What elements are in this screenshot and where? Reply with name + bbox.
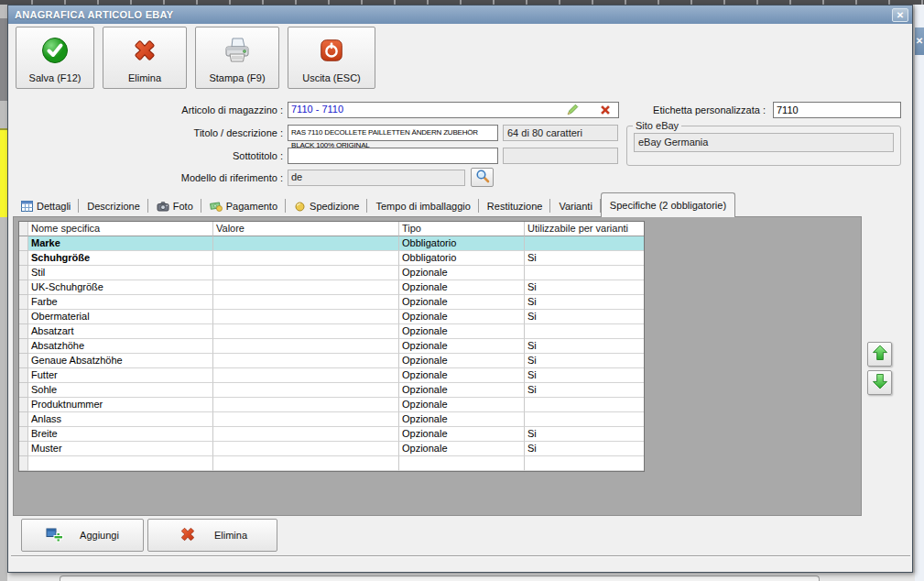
cell-tipo[interactable]: Opzionale (399, 427, 525, 442)
tab-specifiche[interactable]: Specifiche (2 obbligatorie) (601, 192, 735, 217)
cell-nome-specifica[interactable]: Schuhgröße (28, 251, 213, 266)
cell-utilizzabile[interactable]: Si (525, 339, 644, 354)
row-selector-cell[interactable] (19, 368, 28, 383)
cell-nome-specifica[interactable]: UK-Schuhgröße (28, 280, 213, 295)
table-row[interactable]: Schuhgröße Obbligatorio Si (19, 251, 644, 266)
cell-tipo[interactable]: Obbligatorio (399, 236, 525, 251)
titolo-field[interactable]: RAS 7110 DECOLLETE PAILLETTEN ÄNDERN ZUB… (288, 125, 498, 141)
cell-valore[interactable] (213, 266, 399, 280)
tab-pagamento[interactable]: Pagamento (201, 196, 286, 216)
row-selector-cell[interactable] (19, 324, 28, 339)
row-selector-cell[interactable] (19, 412, 28, 427)
cell-utilizzabile[interactable] (525, 398, 644, 412)
cell-utilizzabile[interactable] (525, 266, 644, 280)
cell-utilizzabile[interactable]: Si (525, 310, 644, 324)
table-row[interactable]: Marke Obbligatorio (19, 236, 644, 251)
cell-utilizzabile[interactable]: Si (525, 383, 644, 398)
table-row[interactable]: Absatzhöhe Opzionale Si (19, 339, 644, 354)
delete-button[interactable]: Elimina (103, 27, 187, 89)
table-row[interactable]: Futter Opzionale Si (19, 368, 644, 383)
delete-spec-button[interactable]: Elimina (147, 519, 277, 552)
cell-tipo[interactable]: Opzionale (399, 324, 525, 339)
cell-nome-specifica[interactable]: Absatzhöhe (28, 339, 213, 354)
table-row[interactable]: Obermaterial Opzionale Si (19, 310, 644, 324)
sottotitolo-input[interactable] (288, 148, 498, 164)
cell-tipo[interactable]: Opzionale (399, 412, 525, 427)
cell-nome-specifica[interactable]: Muster (28, 442, 213, 456)
cell-valore[interactable] (213, 354, 399, 368)
cell-utilizzabile[interactable]: Si (525, 280, 644, 295)
cell-valore[interactable] (213, 398, 399, 412)
row-selector-cell[interactable] (19, 456, 28, 471)
cell-nome-specifica[interactable] (28, 456, 213, 471)
tab-foto[interactable]: Foto (148, 196, 201, 216)
table-row[interactable]: Genaue Absatzhöhe Opzionale Si (19, 354, 644, 368)
cell-valore[interactable] (213, 236, 399, 251)
table-row[interactable]: Breite Opzionale Si (19, 427, 644, 442)
cell-valore[interactable] (213, 427, 399, 442)
cell-valore[interactable] (213, 339, 399, 354)
cell-nome-specifica[interactable]: Futter (28, 368, 213, 383)
row-selector-cell[interactable] (19, 251, 28, 266)
close-icon[interactable]: ✕ (892, 8, 908, 22)
row-selector-cell[interactable] (19, 442, 28, 456)
tab-dettagli[interactable]: Dettagli (13, 196, 79, 216)
table-row[interactable]: Farbe Opzionale Si (19, 295, 644, 310)
cell-nome-specifica[interactable]: Obermaterial (28, 310, 213, 324)
move-down-button[interactable] (867, 370, 892, 395)
cell-utilizzabile[interactable]: Si (525, 368, 644, 383)
cell-nome-specifica[interactable]: Sohle (28, 383, 213, 398)
cell-utilizzabile[interactable]: Si (525, 295, 644, 310)
search-button[interactable] (471, 168, 494, 187)
cell-utilizzabile[interactable]: Si (525, 442, 644, 456)
cell-tipo[interactable]: Obbligatorio (399, 251, 525, 266)
save-button[interactable]: Salva (F12) (16, 27, 94, 89)
cell-nome-specifica[interactable]: Produktnummer (28, 398, 213, 412)
row-selector-cell[interactable] (19, 398, 28, 412)
cell-valore[interactable] (213, 412, 399, 427)
cell-tipo[interactable]: Opzionale (399, 442, 525, 456)
cell-nome-specifica[interactable]: Stil (28, 266, 213, 280)
cell-tipo[interactable]: Opzionale (399, 354, 525, 368)
etichetta-input[interactable] (773, 102, 901, 118)
row-selector-cell[interactable] (19, 310, 28, 324)
cell-utilizzabile[interactable] (525, 456, 644, 471)
cell-nome-specifica[interactable]: Genaue Absatzhöhe (28, 354, 213, 368)
cell-nome-specifica[interactable]: Absatzart (28, 324, 213, 339)
table-row[interactable]: Sohle Opzionale Si (19, 383, 644, 398)
cell-valore[interactable] (213, 310, 399, 324)
cell-nome-specifica[interactable]: Farbe (28, 295, 213, 310)
table-row[interactable]: Absatzart Opzionale (19, 324, 644, 339)
move-up-button[interactable] (867, 342, 892, 367)
tab-spedizione[interactable]: Spedizione (286, 196, 367, 216)
tab-descrizione[interactable]: Descrizione (79, 196, 147, 216)
cell-nome-specifica[interactable]: Marke (28, 236, 213, 251)
table-row[interactable]: Produktnummer Opzionale (19, 398, 644, 412)
table-row[interactable]: Stil Opzionale (19, 266, 644, 280)
cell-valore[interactable] (213, 324, 399, 339)
cell-utilizzabile[interactable] (525, 412, 644, 427)
tab-varianti[interactable]: Varianti (550, 196, 600, 216)
cell-tipo[interactable] (399, 456, 525, 471)
row-selector-cell[interactable] (19, 354, 28, 368)
cell-valore[interactable] (213, 368, 399, 383)
row-selector-cell[interactable] (19, 339, 28, 354)
cell-valore[interactable] (213, 383, 399, 398)
cell-utilizzabile[interactable] (525, 236, 644, 251)
tab-tempo-di-imballaggio[interactable]: Tempo di imballaggio (367, 196, 478, 216)
cell-valore[interactable] (213, 280, 399, 295)
row-selector-cell[interactable] (19, 427, 28, 442)
cell-tipo[interactable]: Opzionale (399, 295, 525, 310)
table-row[interactable]: Anlass Opzionale (19, 412, 644, 427)
cell-valore[interactable] (213, 295, 399, 310)
cell-nome-specifica[interactable]: Breite (28, 427, 213, 442)
exit-button[interactable]: Uscita (ESC) (288, 27, 375, 89)
add-spec-button[interactable]: Aggiungi (21, 519, 144, 552)
cell-utilizzabile[interactable]: Si (525, 427, 644, 442)
cell-tipo[interactable]: Opzionale (399, 310, 525, 324)
cell-valore[interactable] (213, 251, 399, 266)
cell-tipo[interactable]: Opzionale (399, 266, 525, 280)
cell-nome-specifica[interactable]: Anlass (28, 412, 213, 427)
cell-utilizzabile[interactable]: Si (525, 354, 644, 368)
row-selector-cell[interactable] (19, 295, 28, 310)
